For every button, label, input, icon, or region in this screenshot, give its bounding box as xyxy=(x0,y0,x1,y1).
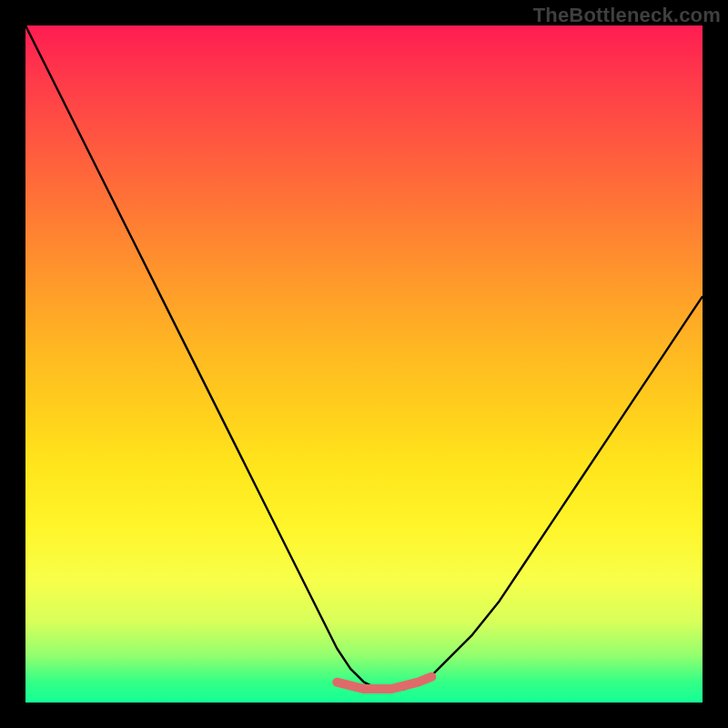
bottleneck-curve xyxy=(25,25,703,689)
chart-frame: TheBottleneck.com xyxy=(0,0,728,728)
curve-overlay xyxy=(25,25,703,703)
watermark-text: TheBottleneck.com xyxy=(533,4,721,27)
flat-bottom-marker xyxy=(337,677,431,689)
